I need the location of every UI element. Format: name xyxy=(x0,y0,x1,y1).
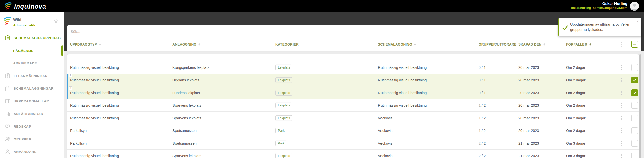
scrollbar-thumb[interactable] xyxy=(639,54,641,158)
row-menu-icon[interactable] xyxy=(621,78,622,82)
row-menu-icon[interactable] xyxy=(621,103,622,108)
sidebar-item-pagaende[interactable]: PÅGÅENDE xyxy=(0,44,64,57)
table-row[interactable]: 3 Rutinmässig visuell besiktning Lundens… xyxy=(67,86,639,99)
cell-ratio: 0/ 1 xyxy=(479,78,486,82)
row-checkbox[interactable] xyxy=(631,77,638,83)
table-row[interactable]: Rutinmässig visuell besiktning Kungspark… xyxy=(67,61,639,74)
sidebar-nav: SCHEMALAGDA UPPDRAG PÅGÅENDE ARKIVERADE … xyxy=(0,32,64,158)
sidebar-item-felanmalningar[interactable]: FELANMÄLNINGAR xyxy=(0,70,64,82)
cell-forfaller: Om 2 dagar xyxy=(566,103,586,107)
sidebar-item-arkiverade[interactable]: ARKIVERADE xyxy=(0,57,64,70)
category-badge: Park xyxy=(275,128,287,133)
row-checkbox[interactable] xyxy=(631,153,638,158)
category-badge: Lekplats xyxy=(275,102,292,108)
column-header-forfaller[interactable]: FÖRFALLER xyxy=(566,42,594,46)
sidebar-item-schemalagda-uppdrag[interactable]: SCHEMALAGDA UPPDRAG xyxy=(0,32,64,44)
table-row[interactable]: Parktillsyn Spetsamossen Park Veckovis 1… xyxy=(67,124,639,137)
column-header-anlaggning[interactable]: ANLÄGGNING xyxy=(172,42,203,46)
row-menu-icon[interactable] xyxy=(621,141,622,146)
table-row[interactable]: Parktillsyn Spetsamossen Park Veckovis 2… xyxy=(67,137,639,150)
table-row[interactable]: Rutinmässig visuell besiktning Sparvens … xyxy=(67,150,639,158)
active-indicator xyxy=(61,45,63,56)
category-badge: Lekplats xyxy=(275,115,292,121)
cell-uppdragstyp: Rutinmässig visuell besiktning xyxy=(70,103,119,107)
sidebar-item-uppdragsmallar[interactable]: UPPDRAGSMALLAR xyxy=(0,95,64,107)
table-row[interactable]: Rutinmässig visuell besiktning Sparvens … xyxy=(67,99,639,112)
row-checkbox[interactable] xyxy=(631,89,638,96)
row-menu-icon[interactable] xyxy=(621,65,622,70)
cell-schemalaggning: Rutinmässig visuell besiktning xyxy=(378,91,427,95)
row-checkbox[interactable] xyxy=(631,127,638,134)
close-icon[interactable]: × xyxy=(636,19,639,24)
cell-uppdragstyp: Rutinmässig visuell besiktning xyxy=(70,154,119,158)
workspace-title: Wiki xyxy=(13,18,21,22)
topbar: inquinova Oskar Norling oskar.norling+ad… xyxy=(0,0,644,12)
category-badge: Lekplats xyxy=(275,64,292,70)
column-header-schemalaggning[interactable]: SCHEMALÄGGNING xyxy=(378,42,419,46)
sort-icon[interactable] xyxy=(99,43,103,46)
sidebar-item-label: PÅGÅENDE xyxy=(13,49,34,53)
row-checkbox[interactable] xyxy=(631,140,638,147)
row-checkbox[interactable] xyxy=(631,64,638,71)
sidebar-item-anvandare[interactable]: ANVÄNDARE xyxy=(0,145,64,158)
sidebar-item-schemalaggningar[interactable]: SCHEMALÄGGNINGAR xyxy=(0,82,64,95)
cell-uppdragstyp: Rutinmässig visuell besiktning xyxy=(70,78,119,82)
row-checkbox[interactable] xyxy=(631,102,638,109)
sort-icon[interactable] xyxy=(198,43,203,46)
cell-skapad-den: 20 mar 2023 xyxy=(518,129,539,133)
sidebar-item-label: REDSKAP xyxy=(14,125,31,128)
cell-skapad-den: 20 mar 2023 xyxy=(518,91,539,95)
sidebar-item-anlaggningar[interactable]: ANLÄGGNINGAR xyxy=(0,107,64,120)
cell-forfaller: Om 3 dagar xyxy=(566,141,586,145)
table-row[interactable]: Rutinmässig visuell besiktning Sparvens … xyxy=(67,112,639,124)
workspace-header: Wiki Administratör xyxy=(0,12,64,32)
workspace-logo-swoosh-icon xyxy=(3,16,12,27)
logo-text: inquinova xyxy=(14,3,46,10)
header-menu-icon[interactable] xyxy=(621,42,622,47)
row-checkbox[interactable] xyxy=(631,115,638,121)
select-all-checkbox[interactable] xyxy=(631,41,638,48)
column-header-grupper-utforare: GRUPPER/UTFÖRARE xyxy=(479,42,516,46)
column-header-skapad-den[interactable]: SKAPAD DEN xyxy=(518,42,548,46)
column-header-uppdragstyp[interactable]: UPPDRAGSTYP xyxy=(70,42,103,46)
sort-icon-active[interactable] xyxy=(589,43,594,46)
row-menu-icon[interactable] xyxy=(621,116,622,120)
sort-icon[interactable] xyxy=(543,43,548,46)
search-bar xyxy=(67,25,641,38)
cell-ratio: 1/ 2 xyxy=(479,116,486,120)
cell-uppdragstyp: Rutinmässig visuell besiktning xyxy=(70,65,119,70)
cell-schemalaggning: Rutinmässig visuell besiktning xyxy=(378,65,427,70)
sidebar-item-redskap[interactable]: REDSKAP xyxy=(0,120,64,133)
cell-skapad-den: 20 mar 2023 xyxy=(518,116,539,120)
layers-icon[interactable] xyxy=(53,19,59,25)
table-toolbar-card: UPPDRAGSTYP ANLÄGGNING KATEGORIER SCHEMA… xyxy=(67,25,641,51)
category-badge: Lekplats xyxy=(275,153,292,158)
user-name: Oskar Norling xyxy=(571,1,627,6)
cell-forfaller: Om 3 dagar xyxy=(566,154,586,158)
app-logo[interactable]: inquinova xyxy=(4,2,46,11)
search-input[interactable] xyxy=(71,25,625,38)
sidebar-item-label: ANVÄNDARE xyxy=(14,150,37,154)
sidebar-item-label: GRUPPER xyxy=(14,137,31,141)
row-menu-icon[interactable] xyxy=(621,154,622,158)
row-menu-icon[interactable] xyxy=(621,91,622,95)
cell-anlaggning: Ugglans lekplats xyxy=(172,78,199,82)
cell-forfaller: Om 2 dagar xyxy=(566,78,586,82)
category-badge: Lekplats xyxy=(275,90,292,95)
sort-icon[interactable] xyxy=(414,43,419,46)
user-email: oskar.norling+admin@inquinova.com xyxy=(571,6,627,10)
user-info: Oskar Norling oskar.norling+admin@inquin… xyxy=(571,1,627,10)
cell-forfaller: Om 2 dagar xyxy=(566,91,586,95)
sidebar-item-grupper[interactable]: GRUPPER xyxy=(0,133,64,145)
table-row[interactable]: 2 Rutinmässig visuell besiktning Ugglans… xyxy=(67,74,639,86)
clipboard-alert-icon xyxy=(5,73,11,79)
cell-uppdragstyp: Rutinmässig visuell besiktning xyxy=(70,91,119,95)
cell-schemalaggning: Veckovis xyxy=(378,154,392,158)
column-header-kategorier: KATEGORIER xyxy=(275,42,299,46)
row-menu-icon[interactable] xyxy=(621,128,622,133)
vertical-scrollbar[interactable] xyxy=(639,54,641,158)
user-avatar[interactable] xyxy=(630,2,639,11)
clipboard-list-icon xyxy=(5,35,11,41)
selection-order-badge: 2 xyxy=(69,74,72,77)
logo-swoosh-icon xyxy=(4,2,12,11)
